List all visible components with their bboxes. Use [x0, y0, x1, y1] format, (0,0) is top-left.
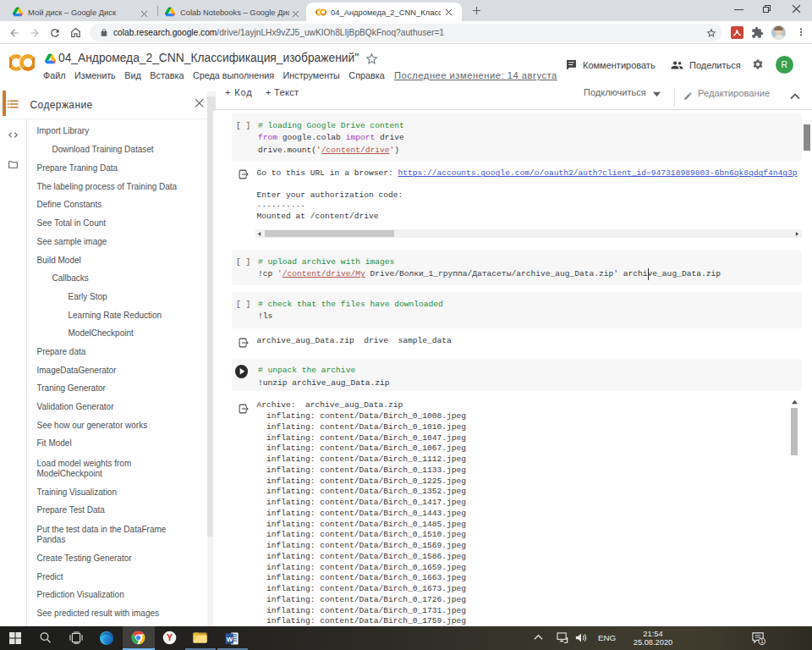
- svg-text:1: 1: [760, 638, 764, 644]
- svg-text:Y: Y: [167, 632, 173, 642]
- svg-text:W: W: [227, 635, 233, 642]
